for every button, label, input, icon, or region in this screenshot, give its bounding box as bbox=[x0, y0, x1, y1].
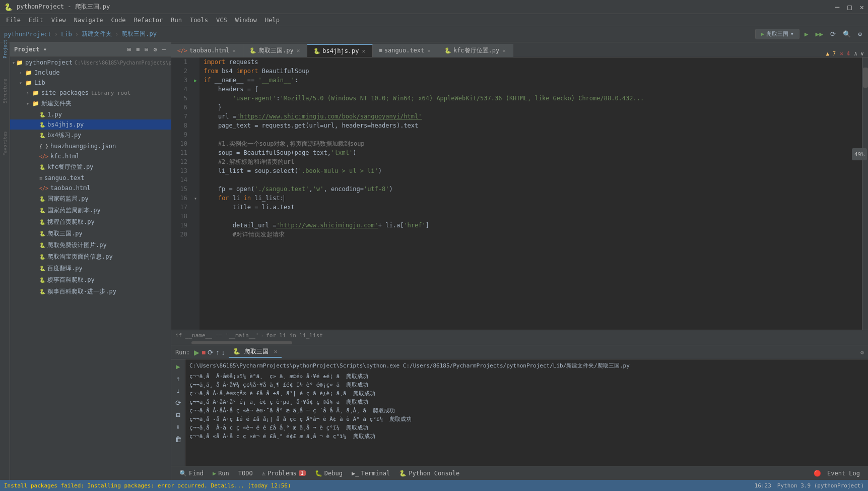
run-side-wrap[interactable]: ⟳ bbox=[174, 398, 182, 408]
scrollbar-thumb[interactable] bbox=[863, 68, 868, 88]
tree-item-new-folder[interactable]: ▾ 📁 新建文件夹 bbox=[10, 98, 171, 109]
minimize-button[interactable]: ─ bbox=[835, 3, 839, 11]
tree-item-xie[interactable]: 🐍 携程首页爬取.py bbox=[10, 216, 171, 228]
tab-run[interactable]: ▶ Run bbox=[209, 469, 233, 478]
menu-file[interactable]: File bbox=[2, 17, 25, 24]
expand-indicator[interactable]: ∧ ∨ bbox=[854, 50, 864, 57]
tab-close-sanguo[interactable]: ✕ bbox=[296, 47, 301, 54]
run-arrow-up[interactable]: ↑ bbox=[216, 348, 219, 356]
tree-item-taobao[interactable]: </> taobao.html bbox=[10, 183, 171, 193]
tree-item-site-packages[interactable]: › 📁 site-packages library root bbox=[10, 88, 171, 98]
tree-item-lib[interactable]: ▾ 📁 Lib bbox=[10, 78, 171, 88]
menu-help[interactable]: Help bbox=[261, 17, 284, 24]
tree-item-kfc-html[interactable]: </> kfc.html bbox=[10, 151, 171, 161]
breadcrumb-folder[interactable]: 新建文件夹 bbox=[82, 30, 112, 38]
run-side-down[interactable]: ↓ bbox=[175, 386, 181, 396]
tree-item-include[interactable]: › 📁 Include bbox=[10, 68, 171, 78]
tab-bs4jhjs[interactable]: 🐍 bs4jhjs.py ✕ bbox=[307, 44, 373, 57]
run-stop-button[interactable]: ■ bbox=[202, 348, 206, 356]
refresh-button[interactable]: ⟳ bbox=[828, 29, 838, 39]
tree-item-sanguo-py[interactable]: 🐍 爬取三国.py bbox=[10, 228, 171, 239]
tab-sanguo-text[interactable]: ≡ sanguo.text ✕ bbox=[373, 44, 438, 57]
tree-item-qiushi2[interactable]: 🐍 糗事百科爬取-进一步.py bbox=[10, 286, 171, 297]
project-layout-icon[interactable]: ≡ bbox=[135, 45, 141, 54]
maximize-button[interactable]: □ bbox=[847, 3, 851, 11]
tab-todo[interactable]: TODO bbox=[234, 469, 257, 478]
run-rerun-button[interactable]: ⟳ bbox=[208, 348, 214, 356]
menu-edit[interactable]: Edit bbox=[25, 17, 47, 24]
settings-nav-button[interactable]: ⚙ bbox=[856, 29, 864, 39]
tree-item-sanguo[interactable]: ≡ sanguo.text bbox=[10, 173, 171, 183]
menu-tools[interactable]: Tools bbox=[186, 17, 212, 24]
run-settings-icon[interactable]: ⚙ bbox=[860, 349, 864, 356]
fold-icon[interactable]: ▾ bbox=[191, 194, 199, 203]
tree-item-json[interactable]: { } huazhuangping.json bbox=[10, 141, 171, 151]
run-start-button[interactable]: ▶ bbox=[194, 348, 199, 356]
run-button[interactable]: ▶ bbox=[803, 29, 811, 39]
run-side-play[interactable]: ▶ bbox=[175, 361, 181, 372]
vertical-scrollbar[interactable] bbox=[862, 57, 868, 330]
html-icon: </> bbox=[39, 154, 48, 159]
tree-item-guojia1[interactable]: 🐍 国家药监局.py bbox=[10, 193, 171, 205]
code-editor[interactable]: 1 2 3 4 5 6 7 8 9 10 11 12 13 14 15 16 1 bbox=[171, 57, 868, 341]
tab-sanguo-py[interactable]: 🐍 爬取三国.py ✕ bbox=[243, 44, 307, 57]
tree-item-root[interactable]: ▾ 📁 pythonProject C:\Users\86185\Pycharm… bbox=[10, 57, 171, 68]
menu-vcs[interactable]: VCS bbox=[212, 17, 231, 24]
menu-refactor[interactable]: Refactor bbox=[129, 17, 167, 24]
tab-python-console[interactable]: 🐍 Python Console bbox=[395, 469, 463, 478]
horizontal-scrollbar[interactable] bbox=[171, 341, 868, 345]
tab-close-taobao[interactable]: ✕ bbox=[231, 47, 237, 54]
project-settings-icon[interactable]: ⚙ bbox=[153, 45, 158, 54]
breadcrumb-project[interactable]: pythonProject bbox=[4, 31, 51, 38]
tab-problems[interactable]: ⚠ Problems 1 bbox=[258, 469, 310, 478]
debug-button[interactable]: ▶▶ bbox=[814, 29, 826, 39]
menu-navigate[interactable]: Navigate bbox=[70, 17, 107, 24]
status-position[interactable]: 16:23 bbox=[755, 482, 771, 489]
tree-item-qiushi1[interactable]: 🐍 糗事百科爬取.py bbox=[10, 274, 171, 286]
tree-item-bx4[interactable]: 🐍 bx4练习.py bbox=[10, 130, 171, 141]
tab-kfc[interactable]: 🐍 kfc餐厅位置.py ✕ bbox=[438, 44, 513, 57]
run-side-trash[interactable]: 🗑 bbox=[174, 434, 183, 444]
tree-item-kfc-py[interactable]: 🐍 kfc餐厅位置.py bbox=[10, 161, 171, 173]
tab-taobao[interactable]: </> taobao.html ✕ bbox=[171, 44, 243, 57]
run-side-filter[interactable]: ⊟ bbox=[175, 410, 181, 420]
tab-close-bs4[interactable]: ✕ bbox=[361, 47, 367, 55]
tab-find[interactable]: 🔍 Find bbox=[175, 469, 208, 478]
menu-run[interactable]: Run bbox=[167, 17, 186, 24]
run-tab-active[interactable]: 🐍 爬取三国 ✕ bbox=[229, 346, 282, 358]
tab-close-sanguo-text[interactable]: ✕ bbox=[426, 47, 432, 54]
status-message[interactable]: Install packages failed: Installing pack… bbox=[4, 482, 291, 489]
tree-item-baidu[interactable]: 🐍 百度翻译.py bbox=[10, 263, 171, 274]
run-side-scroll[interactable]: ⬇ bbox=[175, 422, 181, 432]
breadcrumb-file[interactable]: 爬取三国.py bbox=[121, 30, 157, 38]
run-arrow-down[interactable]: ↓ bbox=[221, 348, 225, 356]
run-icon[interactable]: ▶ bbox=[191, 76, 199, 85]
run-tab-close[interactable]: ✕ bbox=[274, 348, 278, 355]
status-python[interactable]: Python 3.9 (pythonProject) bbox=[777, 482, 864, 489]
favorites-sidebar-icon[interactable]: Favorites bbox=[1, 139, 10, 148]
run-side-up[interactable]: ↑ bbox=[175, 374, 181, 384]
breadcrumb-lib[interactable]: Lib bbox=[61, 31, 72, 38]
event-log-button[interactable]: Event Log bbox=[823, 469, 864, 478]
tab-debug[interactable]: 🐛 Debug bbox=[311, 469, 347, 478]
tab-terminal[interactable]: ▶_ Terminal bbox=[348, 469, 394, 478]
close-button[interactable]: ✕ bbox=[860, 3, 864, 11]
project-minus-icon[interactable]: ⊟ bbox=[144, 45, 149, 54]
h-scrollbar-thumb[interactable] bbox=[191, 341, 292, 344]
tree-item-bs4jhjs[interactable]: 🐍 bs4jhjs.py bbox=[10, 119, 171, 130]
tab-close-kfc[interactable]: ✕ bbox=[501, 47, 507, 54]
tree-item-1py[interactable]: 🐍 1.py bbox=[10, 109, 171, 119]
project-sidebar-icon[interactable]: Project bbox=[1, 44, 10, 53]
code-content[interactable]: import requests from bs4 import Beautifu… bbox=[199, 57, 862, 330]
project-sync-icon[interactable]: ⊞ bbox=[126, 45, 132, 54]
run-config-button[interactable]: ▶ 爬取三国 ▾ bbox=[755, 29, 799, 39]
structure-sidebar-icon[interactable]: Structure bbox=[1, 87, 10, 96]
menu-window[interactable]: Window bbox=[231, 17, 261, 24]
tree-item-miamfei[interactable]: 🐍 爬取免费设计图片.py bbox=[10, 239, 171, 251]
tree-item-taobao-py[interactable]: 🐍 爬取淘宝页面的信息.py bbox=[10, 251, 171, 263]
menu-code[interactable]: Code bbox=[107, 17, 130, 24]
project-close-icon[interactable]: — bbox=[161, 45, 167, 54]
tree-item-guojia2[interactable]: 🐍 国家药监局副本.py bbox=[10, 205, 171, 216]
menu-view[interactable]: View bbox=[47, 17, 70, 24]
search-nav-button[interactable]: 🔍 bbox=[841, 29, 853, 39]
